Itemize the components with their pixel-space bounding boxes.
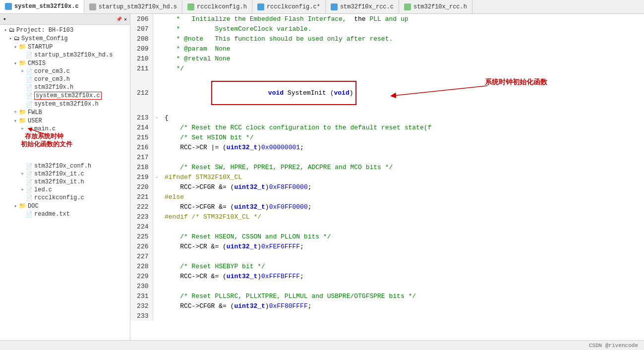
- folder-icon-doc: 📁: [19, 202, 26, 210]
- gutter-206: [153, 14, 161, 24]
- gutter-213: -: [153, 113, 161, 122]
- tab-icon-h2: [404, 3, 411, 10]
- line-num-218: 218: [130, 162, 153, 172]
- tree-label-led-c: led.c: [34, 186, 52, 193]
- tree-label-stm32f10x-conf-h: stm32f10x_conf.h: [34, 163, 91, 170]
- tree-item-core-cm3-h[interactable]: 📄 core_cm3.h: [0, 75, 130, 83]
- code-row-209: 209 * @param None: [130, 44, 644, 54]
- close-icon[interactable]: ✕: [124, 16, 127, 22]
- line-num-211: 211: [130, 63, 153, 73]
- tree-item-cmsis[interactable]: ▾ 📁 CMSIS: [0, 59, 130, 67]
- code-row-219: 219 - #ifndef STM32F10X_CL: [130, 172, 644, 182]
- code-line-206: * Initialize the Embedded Flash Interfac…: [161, 14, 644, 24]
- tree-label-system-config: System_Config: [21, 35, 68, 42]
- code-editor[interactable]: 206 * Initialize the Embedded Flash Inte…: [130, 14, 644, 340]
- sidebar-title: ▾: [3, 16, 6, 22]
- tab-rccclkconfig-h[interactable]: rccclkconfig.h: [182, 0, 252, 13]
- tree-item-rccclkconfig-c[interactable]: 📄 rccclkconfig.c: [0, 194, 130, 202]
- tree-item-system-stm32f10x-c[interactable]: 📄 system_stm32f10x.c: [0, 91, 130, 100]
- gutter-208: [153, 34, 161, 44]
- tab-bar: system_stm32f10x.c startup_stm32f10x_hd.…: [0, 0, 644, 14]
- tree-item-core-cm3-c[interactable]: + 📄 core_cm3.c: [0, 67, 130, 75]
- tree-item-system-stm32f10x-h[interactable]: 📄 system_stm32f10x.h: [0, 100, 130, 108]
- arrow-core-cm3-c: +: [19, 69, 26, 74]
- code-line-213: {: [161, 113, 644, 122]
- gutter-225: [153, 232, 161, 241]
- tree-item-doc[interactable]: ▾ 📁 DOC: [0, 202, 130, 210]
- gutter-216: [153, 142, 161, 152]
- tree-item-stm32f10x-conf-h[interactable]: 📄 stm32f10x_conf.h: [0, 162, 130, 170]
- code-line-214: /* Reset the RCC clock configuration to …: [161, 122, 644, 132]
- tree-item-startup-file[interactable]: 📄 startup_stm32f10x_hd.s: [0, 51, 130, 59]
- code-row-222: 222 RCC->CFGR &= (uint32_t)0xF0FF0000;: [130, 202, 644, 212]
- tab-icon-h1: [187, 3, 194, 10]
- gutter-221: [153, 192, 161, 202]
- tree-item-project[interactable]: ▾ 🗂 Project: BH-F103: [0, 26, 130, 34]
- gutter-229: [153, 271, 161, 281]
- tree-item-user[interactable]: ▾ 📁 USER: [0, 117, 130, 125]
- file-icon-readme: 📄: [26, 211, 33, 218]
- code-row-226: 226 RCC->CR &= (uint32_t)0xFEF6FFFF;: [130, 241, 644, 251]
- tree-label-startup: STARTUP: [28, 44, 53, 51]
- code-line-232: RCC->CFGR &= (uint32_t)0xFF80FFFF;: [161, 301, 644, 311]
- file-icon-stm32f10x-it-h: 📄: [26, 179, 33, 185]
- file-icon-system-stm32f10x-h: 📄: [26, 101, 33, 108]
- code-row-225: 225 /* Reset HSEON, CSSON and PLLON bits…: [130, 232, 644, 241]
- sidebar: ▾ 📌 ✕ ▾ 🗂 Project: BH-F103 ▾ 🗂 System_Co…: [0, 14, 130, 340]
- tree-item-startup[interactable]: ▾ 📁 STARTUP: [0, 43, 130, 51]
- gutter-220: [153, 182, 161, 192]
- tab-rccclkconfig-c[interactable]: rccclkconfig.c*: [252, 0, 326, 13]
- tree-item-stm32f10x-it-c[interactable]: + 📄 stm32f10x_it.c: [0, 170, 130, 178]
- code-row-223: 223 #endif /* STM32F10X_CL */: [130, 212, 644, 222]
- code-line-231: /* Reset PLLSRC, PLLXTPRE, PLLMUL and US…: [161, 291, 644, 301]
- code-line-228: /* Reset HSEBYP bit */: [161, 261, 644, 271]
- line-num-213: 213: [130, 113, 153, 122]
- tree-label-stm32f10x-h: stm32f10x.h: [34, 84, 73, 91]
- tab-label-stm32f10x-rcc-c: stm32f10x_rcc.c: [340, 3, 394, 10]
- tree-item-fwlb[interactable]: + 📁 FWLB: [0, 108, 130, 117]
- tree-label-system-stm32f10x-c: system_stm32f10x.c: [34, 92, 102, 100]
- sidebar-header: ▾ 📌 ✕: [0, 14, 130, 25]
- code-table: 206 * Initialize the Embedded Flash Inte…: [130, 14, 644, 321]
- arrow-doc: ▾: [12, 203, 19, 209]
- tab-startup[interactable]: startup_stm32f10x_hd.s: [84, 0, 182, 13]
- line-num-228: 228: [130, 261, 153, 271]
- tree-item-readme[interactable]: 📄 readme.txt: [0, 210, 130, 218]
- arrow-cmsis: ▾: [12, 60, 19, 66]
- code-row-229: 229 RCC->CR &= (uint32_t)0xFFFBFFFF;: [130, 271, 644, 281]
- pin-icon[interactable]: 📌: [116, 16, 122, 22]
- code-row-216: 216 RCC->CR |= (uint32_t)0x00000001;: [130, 142, 644, 152]
- code-row-211: 211 */: [130, 63, 644, 73]
- tree-item-led-c[interactable]: + 📄 led.c: [0, 186, 130, 194]
- line-num-210: 210: [130, 54, 153, 63]
- tree-item-stm32f10x-h[interactable]: 📄 stm32f10x.h: [0, 83, 130, 91]
- tree-item-stm32f10x-it-h[interactable]: 📄 stm32f10x_it.h: [0, 178, 130, 186]
- code-line-217: [161, 152, 644, 162]
- code-line-224: [161, 222, 644, 232]
- arrow-user: ▾: [12, 118, 19, 124]
- code-line-207: * SystemCoreClock variable.: [161, 24, 644, 34]
- file-icon-core-cm3-c: 📄: [26, 68, 33, 75]
- tree-label-stm32f10x-it-h: stm32f10x_it.h: [34, 178, 84, 185]
- tree-item-system-config[interactable]: ▾ 🗂 System_Config: [0, 34, 130, 43]
- code-row-221: 221 #else: [130, 192, 644, 202]
- code-line-218: /* Reset SW, HPRE, PPRE1, PPRE2, ADCPRE …: [161, 162, 644, 172]
- code-row-208: 208 * @note This function should be used…: [130, 34, 644, 44]
- line-num-227: 227: [130, 251, 153, 261]
- credit-text: CSDN @rivencode: [589, 343, 638, 349]
- arrow-fwlb: +: [12, 110, 19, 115]
- line-num-224: 224: [130, 222, 153, 232]
- tab-stm32f10x-rcc-h[interactable]: stm32f10x_rcc.h: [399, 0, 472, 13]
- line-num-220: 220: [130, 182, 153, 192]
- gutter-223: [153, 212, 161, 222]
- line-num-219: 219: [130, 172, 153, 182]
- code-row-207: 207 * SystemCoreClock variable.: [130, 24, 644, 34]
- code-row-213: 213 - {: [130, 113, 644, 122]
- tab-system-stm32f10x-c[interactable]: system_stm32f10x.c: [0, 0, 84, 13]
- project-icon: 🗂: [9, 26, 15, 34]
- code-line-212: void SystemInit (void): [161, 73, 644, 113]
- tree-label-fwlb: FWLB: [28, 109, 42, 116]
- line-num-225: 225: [130, 232, 153, 241]
- line-num-231: 231: [130, 291, 153, 301]
- tab-stm32f10x-rcc-c[interactable]: stm32f10x_rcc.c: [326, 0, 399, 13]
